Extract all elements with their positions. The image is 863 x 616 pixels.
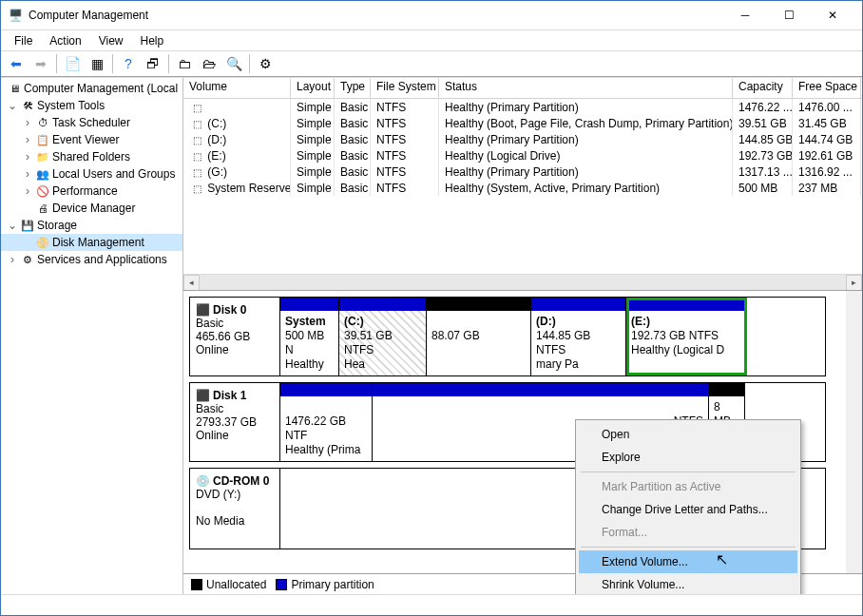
tree-root[interactable]: 🖥Computer Management (Local (1, 80, 182, 97)
partition-e[interactable]: (E:)192.73 GB NTFSHealthy (Logical D (626, 298, 747, 375)
perf-icon: 🚫 (35, 183, 50, 199)
disk-icon: ⬛ (196, 389, 210, 402)
tree-local-users[interactable]: ›👥Local Users and Groups (1, 165, 182, 183)
menu-file[interactable]: File (7, 32, 40, 48)
minimize-button[interactable]: ─ (723, 2, 767, 29)
legend-unallocated-icon (191, 579, 202, 590)
expand-icon[interactable]: › (7, 253, 18, 266)
computer-icon: 🖥 (7, 81, 22, 96)
expand-icon[interactable]: › (22, 184, 33, 198)
volume-list[interactable]: ⬚ SimpleBasicNTFSHealthy (Primary Partit… (183, 99, 862, 274)
col-capacity[interactable]: Capacity (733, 78, 793, 98)
up-icon[interactable]: 📄 (61, 52, 84, 75)
clock-icon: ⏱ (35, 115, 50, 130)
menu-open[interactable]: Open (579, 423, 797, 446)
tree-shared-folders[interactable]: ›📁Shared Folders (1, 148, 182, 165)
partition-d[interactable]: (D:)144.85 GB NTFSmary Pa (531, 298, 626, 375)
tree-event-viewer[interactable]: ›📋Event Viewer (1, 131, 182, 148)
folder-icon: 📁 (35, 149, 50, 164)
details-pane: Volume Layout Type File System Status Ca… (183, 78, 862, 594)
action-icon[interactable]: 🗀 (173, 52, 196, 75)
col-filesystem[interactable]: File System (371, 78, 439, 98)
computer-management-window: 🖥️ Computer Management ─ ☐ ✕ File Action… (0, 0, 863, 616)
app-icon: 🖥️ (9, 9, 23, 22)
volume-icon: ⬚ (189, 135, 204, 145)
menu-change-drive-letter[interactable]: Change Drive Letter and Paths... (579, 498, 797, 521)
forward-button[interactable]: ➡ (29, 52, 52, 75)
refresh-icon[interactable]: 🗗 (142, 52, 164, 75)
close-button[interactable]: ✕ (811, 2, 854, 29)
titlebar[interactable]: 🖥️ Computer Management ─ ☐ ✕ (1, 1, 862, 29)
expand-icon[interactable]: › (22, 133, 33, 146)
tree-task-scheduler[interactable]: ›⏱Task Scheduler (1, 114, 182, 131)
find-icon[interactable]: 🔍 (222, 52, 245, 75)
tree-disk-management[interactable]: 📀Disk Management (1, 234, 182, 251)
expand-icon[interactable]: › (22, 116, 33, 129)
storage-icon: 💾 (20, 218, 35, 233)
tools-icon: 🛠 (20, 98, 35, 113)
menu-explore[interactable]: Explore (579, 446, 797, 469)
menu-shrink-volume[interactable]: Shrink Volume... (579, 573, 797, 594)
expand-icon[interactable]: › (22, 150, 33, 164)
help-icon[interactable]: ? (117, 52, 140, 75)
partition-system[interactable]: System500 MB NHealthy (280, 298, 339, 375)
tree-performance[interactable]: ›🚫Performance (1, 183, 182, 200)
volume-row[interactable]: ⬚ System ReservedSimpleBasicNTFSHealthy … (183, 180, 862, 196)
scroll-left-icon[interactable]: ◂ (183, 275, 200, 291)
col-type[interactable]: Type (335, 78, 371, 98)
volume-icon: ⬚ (189, 151, 204, 162)
device-icon: 🖨 (35, 201, 50, 216)
action2-icon[interactable]: 🗁 (198, 52, 221, 75)
tree-device-manager[interactable]: 🖨Device Manager (1, 200, 182, 217)
maximize-button[interactable]: ☐ (767, 2, 811, 29)
col-volume[interactable]: Volume (183, 78, 291, 98)
event-icon: 📋 (35, 132, 50, 147)
cd-icon: 💿 (196, 474, 210, 488)
expand-icon[interactable]: ⌄ (7, 219, 18, 232)
menu-extend-volume[interactable]: Extend Volume... (579, 550, 797, 573)
col-freespace[interactable]: Free Space (793, 78, 861, 98)
services-icon: ⚙ (20, 252, 35, 267)
volume-row[interactable]: ⬚ (C:)SimpleBasicNTFSHealthy (Boot, Page… (183, 115, 862, 131)
volume-icon: ⬚ (189, 103, 204, 113)
back-button[interactable]: ⬅ (5, 52, 28, 75)
disk-icon: 📀 (35, 235, 50, 250)
expand-icon[interactable]: ⌄ (7, 99, 18, 112)
navigation-tree[interactable]: 🖥Computer Management (Local ⌄🛠System Too… (1, 78, 183, 594)
cursor-icon: ↖ (716, 550, 728, 568)
volume-row[interactable]: ⬚ SimpleBasicNTFSHealthy (Primary Partit… (183, 99, 862, 115)
settings-icon[interactable]: ⚙ (254, 52, 277, 75)
volume-icon: ⬚ (189, 183, 204, 194)
disk-0-info[interactable]: ⬛Disk 0 Basic 465.66 GB Online (190, 298, 280, 375)
col-layout[interactable]: Layout (291, 78, 335, 98)
menu-help[interactable]: Help (133, 32, 172, 48)
vertical-scrollbar[interactable] (846, 291, 862, 573)
menu-action[interactable]: Action (42, 32, 88, 48)
scroll-right-icon[interactable]: ▸ (846, 275, 862, 291)
menu-format: Format... (579, 521, 797, 544)
volume-row[interactable]: ⬚ (G:)SimpleBasicNTFSHealthy (Primary Pa… (183, 164, 862, 180)
properties-icon[interactable]: ▦ (86, 52, 108, 75)
menu-view[interactable]: View (91, 32, 131, 48)
disk-1-info[interactable]: ⬛Disk 1 Basic 2793.37 GB Online (190, 383, 280, 461)
partition-c[interactable]: (C:)39.51 GB NTFSHea (339, 298, 427, 375)
col-status[interactable]: Status (439, 78, 733, 98)
legend-primary-icon (276, 579, 287, 590)
tree-storage[interactable]: ⌄💾Storage (1, 217, 182, 234)
partition-disk1-p1[interactable]: 1476.22 GB NTFHealthy (Prima (280, 383, 373, 461)
status-bar (1, 594, 862, 615)
tree-services[interactable]: ›⚙Services and Applications (1, 251, 182, 268)
context-menu: Open Explore Mark Partition as Active Ch… (575, 419, 801, 594)
expand-icon[interactable]: › (22, 167, 33, 181)
volume-icon: ⬚ (189, 167, 204, 178)
horizontal-scrollbar[interactable]: ◂ ▸ (183, 274, 862, 290)
volume-row[interactable]: ⬚ (E:)SimpleBasicNTFSHealthy (Logical Dr… (183, 147, 862, 164)
toolbar: ⬅ ➡ 📄 ▦ ? 🗗 🗀 🗁 🔍 ⚙ (1, 50, 862, 77)
tree-system-tools[interactable]: ⌄🛠System Tools (1, 97, 182, 114)
menu-mark-active: Mark Partition as Active (579, 475, 797, 498)
window-title: Computer Management (29, 9, 148, 22)
cdrom-info[interactable]: 💿CD-ROM 0 DVD (Y:) No Media (190, 469, 280, 549)
partition-unallocated[interactable]: 88.07 GB (427, 298, 531, 375)
volume-list-header[interactable]: Volume Layout Type File System Status Ca… (183, 78, 862, 99)
volume-row[interactable]: ⬚ (D:)SimpleBasicNTFSHealthy (Primary Pa… (183, 131, 862, 147)
